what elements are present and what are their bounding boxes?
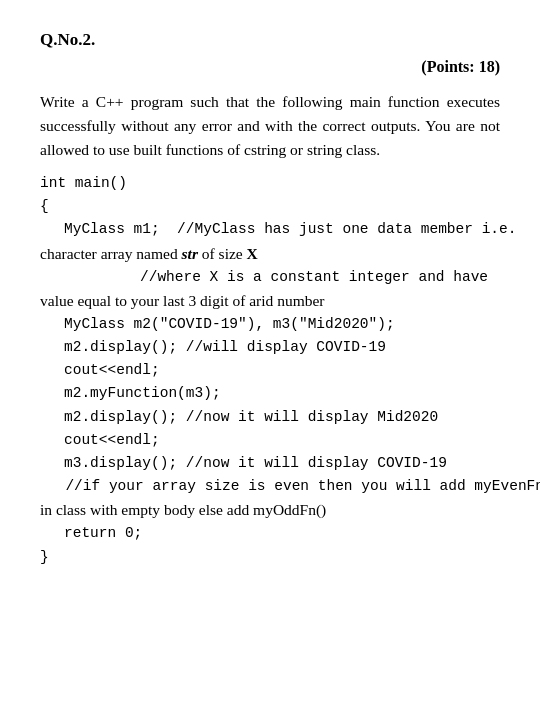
str-keyword: str [182, 245, 198, 262]
code-line-cout2: cout<<endl; [40, 429, 500, 452]
code-line-m2m3: MyClass m2("COVID-19"), m3("Mid2020"); [40, 313, 500, 336]
question-number: Q.No.2. [40, 30, 500, 50]
x-keyword: X [247, 245, 258, 262]
code-line-return: return 0; [40, 522, 500, 545]
code-line-m1: MyClass m1; //MyClass has just one data … [40, 218, 500, 241]
code-line-m3display: m3.display(); //now it will display COVI… [40, 452, 500, 475]
code-line-myfunction: m2.myFunction(m3); [40, 382, 500, 405]
code-line-brace-close: } [40, 546, 500, 569]
points-label: (Points: 18) [40, 58, 500, 76]
code-line-chararray: character array named str of size X [40, 242, 500, 266]
question-container: Q.No.2. (Points: 18) Write a C++ program… [40, 30, 500, 569]
question-description: Write a C++ program such that the follow… [40, 90, 500, 162]
code-line-m2display: m2.display(); //will display COVID-19 [40, 336, 500, 359]
code-line-main: int main() [40, 172, 500, 195]
code-line-brace-open: { [40, 195, 500, 218]
code-line-value: value equal to your last 3 digit of arid… [40, 289, 500, 313]
code-block: int main() { MyClass m1; //MyClass has j… [40, 172, 500, 569]
code-line-ifcomment: //if your array size is even then you wi… [40, 475, 500, 498]
desc-text: Write a C++ program such that the follow… [40, 93, 500, 158]
code-line-where: //where X is a constant integer and have [40, 266, 500, 289]
code-line-m2display2: m2.display(); //now it will display Mid2… [40, 406, 500, 429]
code-line-cout1: cout<<endl; [40, 359, 500, 382]
code-line-inclass: in class with empty body else add myOddF… [40, 498, 500, 522]
